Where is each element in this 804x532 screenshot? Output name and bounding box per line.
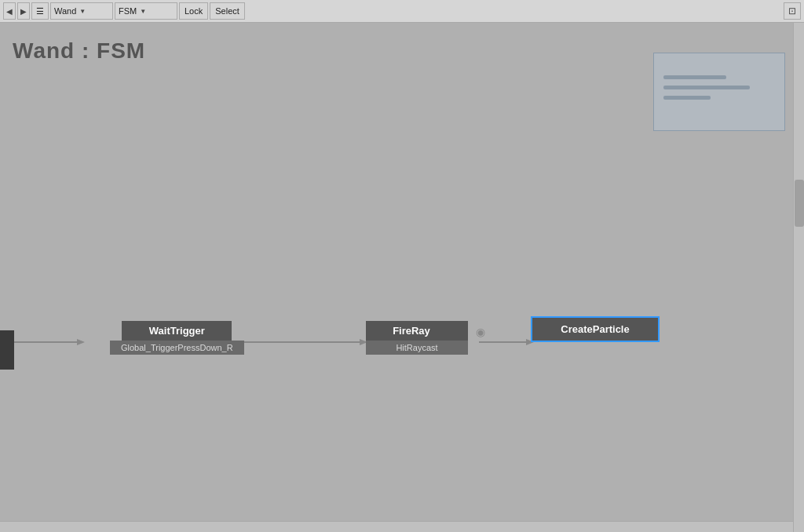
create-particle-node[interactable]: CreateParticle <box>532 318 658 341</box>
wand-label: Wand <box>54 6 76 16</box>
scrollbar-right[interactable] <box>793 23 804 532</box>
fsm-dropdown[interactable]: FSM ▼ <box>115 2 177 20</box>
connections-svg <box>0 23 793 521</box>
forward-button[interactable]: ▶ <box>17 2 30 20</box>
scrollbar-thumb-right[interactable] <box>795 180 804 227</box>
sound-icon: ◉ <box>476 326 485 338</box>
fire-ray-node[interactable]: FireRay ◉ HitRaycast <box>366 321 468 355</box>
entry-indicator <box>0 330 14 370</box>
toolbar: ◀ ▶ ☰ Wand ▼ FSM ▼ Lock Select ⊡ <box>0 0 804 23</box>
canvas-area[interactable]: Wand : FSM WaitTrigger Global_Trigge <box>0 23 804 532</box>
svg-marker-1 <box>77 339 85 345</box>
wait-trigger-header: WaitTrigger <box>122 321 232 341</box>
select-button[interactable]: Select <box>210 2 245 20</box>
collapse-button[interactable]: ⊡ <box>784 2 801 20</box>
back-button[interactable]: ◀ <box>3 2 16 20</box>
wand-dropdown[interactable]: Wand ▼ <box>50 2 113 20</box>
fire-ray-header: FireRay <box>366 321 468 341</box>
wait-trigger-subtext: Global_TriggerPressDown_R <box>110 341 244 355</box>
fsm-label: FSM <box>119 6 137 16</box>
menu-button[interactable]: ☰ <box>31 2 49 20</box>
fire-ray-subtext: HitRaycast <box>366 341 468 355</box>
lock-button[interactable]: Lock <box>179 2 208 20</box>
nodes-area: WaitTrigger Global_TriggerPressDown_R Fi… <box>0 23 793 521</box>
create-particle-header: CreateParticle <box>532 318 658 341</box>
fsm-dropdown-arrow: ▼ <box>140 8 146 15</box>
wait-trigger-node[interactable]: WaitTrigger Global_TriggerPressDown_R <box>110 321 244 355</box>
wand-dropdown-arrow: ▼ <box>79 8 86 15</box>
scrollbar-bottom[interactable] <box>0 521 793 532</box>
